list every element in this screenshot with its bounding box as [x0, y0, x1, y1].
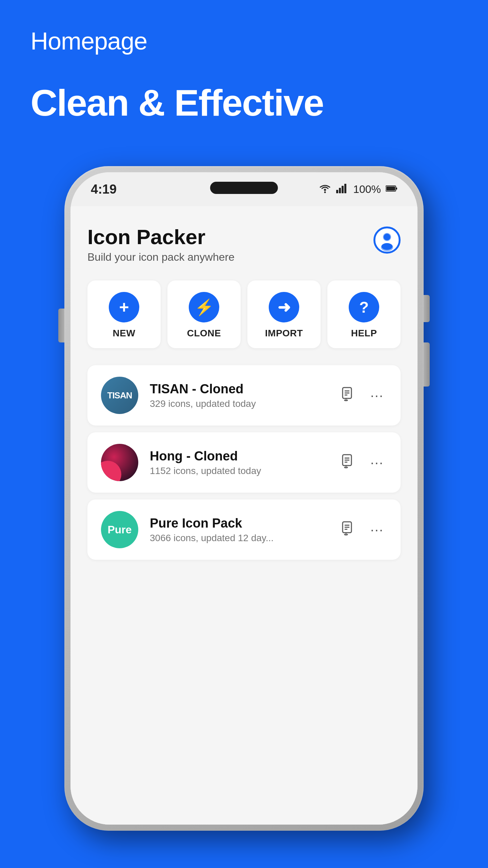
import-label: IMPORT [265, 328, 303, 339]
tagline: Clean & Effective [30, 82, 324, 123]
new-icon-circle: + [109, 292, 139, 322]
app-subtitle: Build your icon pack anywhere [87, 251, 235, 263]
header-section: Homepage Clean & Effective [30, 27, 324, 123]
wifi-icon [319, 184, 331, 195]
phone-mockup: 4:19 [64, 166, 424, 831]
pack-name-hong: Hong - Cloned [150, 449, 326, 463]
action-help[interactable]: ? HELP [327, 280, 401, 348]
svg-point-11 [384, 234, 390, 240]
pack-item-hong[interactable]: Hong - Cloned 1152 icons, updated today [87, 432, 401, 493]
pack-meta-hong: 1152 icons, updated today [150, 466, 326, 476]
pack-info-pure: Pure Icon Pack 3066 icons, updated 12 da… [150, 516, 326, 544]
new-label: NEW [113, 328, 136, 339]
pack-download-pure[interactable] [338, 518, 359, 542]
svg-rect-2 [339, 188, 341, 193]
app-title-block: Icon Packer Build your icon pack anywher… [87, 226, 235, 263]
phone-button-right-mid [424, 342, 430, 387]
pack-menu-hong[interactable]: ··· [367, 452, 387, 474]
phone-outer-shell: 4:19 [64, 166, 424, 831]
phone-button-right-top [424, 295, 430, 322]
pack-actions-pure: ··· [338, 518, 387, 542]
homepage-label: Homepage [30, 27, 324, 55]
svg-rect-7 [386, 186, 395, 191]
hong-circle-decoration [101, 461, 121, 481]
phone-notch [210, 182, 278, 194]
question-icon: ? [359, 298, 369, 316]
clone-icon-circle: ⚡ [189, 292, 219, 322]
pack-actions-hong: ··· [338, 451, 387, 475]
action-import[interactable]: ➜ IMPORT [247, 280, 321, 348]
battery-icon [386, 185, 397, 193]
page-background: Homepage Clean & Effective 4:19 [0, 0, 488, 868]
svg-point-12 [382, 243, 392, 250]
pack-meta-pure: 3066 icons, updated 12 day... [150, 533, 326, 544]
svg-point-0 [324, 192, 326, 193]
pack-item-pure[interactable]: Pure Pure Icon Pack 3066 icons, updated … [87, 499, 401, 560]
pack-info-hong: Hong - Cloned 1152 icons, updated today [150, 449, 326, 476]
app-title: Icon Packer [87, 226, 235, 248]
pack-meta-tisan: 329 icons, updated today [150, 398, 326, 409]
user-avatar[interactable] [373, 226, 401, 254]
pack-name-pure: Pure Icon Pack [150, 516, 326, 531]
status-time: 4:19 [91, 182, 117, 197]
pack-list: TISAN TISAN - Cloned 329 icons, updated … [87, 365, 401, 560]
svg-rect-4 [344, 184, 346, 193]
pack-menu-tisan[interactable]: ··· [367, 384, 387, 407]
app-content-area: Icon Packer Build your icon pack anywher… [70, 206, 418, 825]
phone-screen: 4:19 [70, 172, 418, 825]
action-new[interactable]: + NEW [87, 280, 161, 348]
svg-rect-6 [396, 188, 397, 190]
import-icon-circle: ➜ [269, 292, 299, 322]
svg-rect-1 [336, 190, 338, 193]
status-icons: 100% [319, 183, 397, 196]
svg-rect-3 [342, 186, 344, 193]
clone-label: CLONE [187, 328, 221, 339]
help-label: HELP [351, 328, 377, 339]
arrow-icon: ➜ [278, 298, 291, 316]
plus-icon: + [119, 299, 129, 316]
pack-item-tisan[interactable]: TISAN TISAN - Cloned 329 icons, updated … [87, 365, 401, 426]
battery-status: 100% [353, 183, 381, 196]
signal-icon [336, 184, 348, 195]
pack-name-tisan: TISAN - Cloned [150, 382, 326, 396]
pack-download-hong[interactable] [338, 451, 359, 475]
pack-icon-hong [101, 444, 138, 481]
pack-menu-pure[interactable]: ··· [367, 519, 387, 541]
help-icon-circle: ? [349, 292, 379, 322]
actions-row: + NEW ⚡ CLONE ➜ [87, 280, 401, 348]
pack-icon-tisan: TISAN [101, 377, 138, 414]
pack-info-tisan: TISAN - Cloned 329 icons, updated today [150, 382, 326, 409]
pack-icon-pure: Pure [101, 511, 138, 548]
action-clone[interactable]: ⚡ CLONE [167, 280, 241, 348]
phone-button-left [58, 309, 64, 342]
pack-download-tisan[interactable] [338, 383, 359, 408]
pack-actions-tisan: ··· [338, 383, 387, 408]
lightning-icon: ⚡ [195, 298, 214, 316]
app-header: Icon Packer Build your icon pack anywher… [87, 226, 401, 263]
